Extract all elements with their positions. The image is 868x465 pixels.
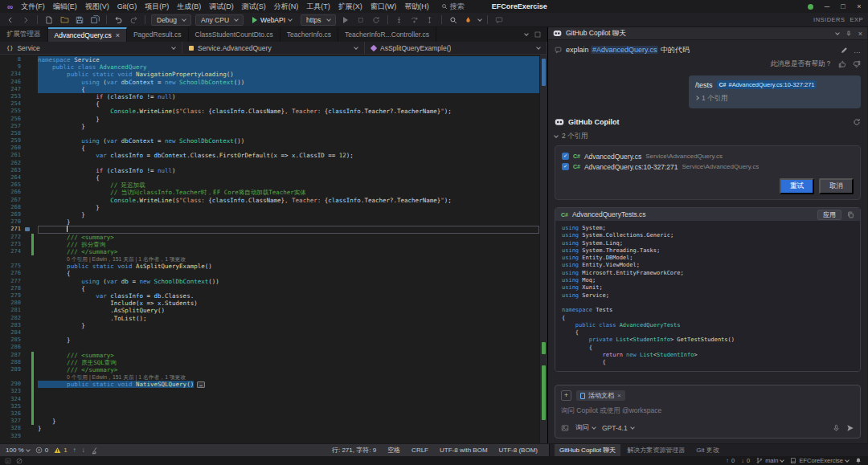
attach-image-icon[interactable]: [561, 424, 569, 432]
code-line[interactable]: 278 {: [0, 285, 539, 292]
menu-item[interactable]: 分析(N): [270, 0, 303, 13]
regenerate-icon[interactable]: [853, 118, 861, 126]
line-column-indicator[interactable]: 行: 271, 字符: 9: [332, 446, 376, 455]
menu-item[interactable]: 生成(B): [173, 0, 205, 13]
code-line[interactable]: 287 /// <summary>: [0, 352, 539, 359]
next-issue-icon[interactable]: ↓: [82, 447, 85, 454]
file-reference-chip[interactable]: #AdvancedQuery.cs: [591, 46, 658, 54]
code-line[interactable]: 234 public static void NavigationPropert…: [0, 71, 539, 78]
apply-code-button[interactable]: 应用: [817, 210, 841, 220]
chat-input-box[interactable]: + 活动文档 × 询问 Copilot 或使用 @workspace 询问 GP…: [555, 385, 861, 438]
code-line[interactable]: 324: [0, 396, 539, 403]
menu-item[interactable]: 视图(V): [81, 0, 113, 13]
send-icon[interactable]: [846, 424, 854, 432]
branch-selector[interactable]: main: [756, 457, 784, 464]
menu-item[interactable]: 文件(F): [17, 0, 49, 13]
code-line[interactable]: 256 }: [0, 116, 539, 123]
code-line[interactable]: 0 个引用 | Edwin，151 天前 | 1 名作者，1 项更改: [0, 255, 539, 263]
menu-item[interactable]: 项目(P): [141, 0, 173, 13]
redo-icon[interactable]: [128, 14, 139, 26]
code-line[interactable]: 268 }: [0, 204, 539, 211]
chat-mode-dropdown[interactable]: 询问: [575, 423, 596, 433]
warning-indicator[interactable]: 1: [54, 447, 67, 454]
code-line[interactable]: 285 }: [0, 337, 539, 344]
navigate-forward-icon[interactable]: [20, 14, 31, 26]
code-line[interactable]: 9 public class AdvancedQuery: [0, 63, 539, 71]
reference-checkbox[interactable]: ✓: [562, 153, 569, 160]
editor-tab[interactable]: PagedResult.cs: [127, 27, 189, 42]
indent-mode-indicator[interactable]: 空格: [387, 446, 400, 455]
code-line[interactable]: 325: [0, 403, 539, 410]
previous-issue-icon[interactable]: ↑: [73, 447, 76, 454]
close-button[interactable]: ×: [852, 0, 866, 13]
step-out-icon[interactable]: [424, 14, 436, 26]
menu-item[interactable]: 测试(S): [238, 0, 270, 13]
code-line[interactable]: 329: [0, 433, 539, 440]
code-line[interactable]: 258: [0, 130, 539, 137]
breadcrumb-type-dropdown[interactable]: Service.AdvancedQuery: [182, 42, 365, 54]
editor-tab[interactable]: 扩展管理器: [0, 27, 48, 42]
code-line[interactable]: 257 }: [0, 123, 539, 130]
save-icon[interactable]: [74, 14, 85, 26]
code-line[interactable]: 286: [0, 344, 539, 351]
code-line[interactable]: 264 {: [0, 174, 539, 182]
add-context-button[interactable]: +: [561, 390, 571, 401]
undo-icon[interactable]: [113, 14, 124, 26]
launch-profile-dropdown[interactable]: https: [301, 14, 335, 26]
code-line[interactable]: 253 if (classInfo != null): [0, 93, 539, 100]
close-panel-icon[interactable]: ×: [858, 30, 862, 38]
code-line[interactable]: 290 public static void NativeSQLQuery()…: [0, 381, 539, 388]
breadcrumb-member-dropdown[interactable]: AsSplitQueryExample(): [365, 42, 547, 54]
window-position-menu-icon[interactable]: [835, 31, 840, 35]
editor-tab[interactable]: TeacherInfoR...Controller.cs: [338, 27, 436, 42]
save-all-icon[interactable]: [89, 14, 100, 26]
menu-item[interactable]: 调试(D): [205, 0, 238, 13]
code-line[interactable]: 289 /// </summary>: [0, 366, 539, 373]
tab-close-icon[interactable]: ×: [116, 31, 120, 39]
editor-scrollbar[interactable]: [539, 55, 547, 443]
open-file-icon[interactable]: [59, 14, 70, 26]
start-without-debugging-icon[interactable]: [340, 14, 351, 26]
line-ending-indicator[interactable]: CRLF: [411, 447, 428, 454]
code-line[interactable]: 247 {: [0, 86, 539, 93]
code-editor[interactable]: 8namespace Service9 public class Advance…: [0, 55, 547, 443]
menu-item[interactable]: 帮助(H): [400, 0, 433, 13]
code-line[interactable]: 270 }: [0, 218, 539, 226]
ide-feedback-icon[interactable]: [493, 14, 505, 26]
code-line[interactable]: 266 // 当访问classInfo.Teacher时，EF Core将自动加…: [0, 189, 539, 196]
model-dropdown[interactable]: GPT-4.1: [602, 424, 634, 432]
thumbs-down-icon[interactable]: [853, 60, 861, 68]
code-line[interactable]: 259 using (var dbContext = new SchoolDbC…: [0, 137, 539, 145]
menu-item[interactable]: 窗口(W): [366, 0, 401, 13]
menu-item[interactable]: Git(G): [113, 0, 141, 13]
code-line[interactable]: 8namespace Service: [0, 56, 539, 63]
menu-item[interactable]: 扩展(X): [334, 0, 366, 13]
new-file-icon[interactable]: [43, 14, 55, 26]
code-cleanup-icon[interactable]: [91, 447, 99, 455]
incoming-commits[interactable]: ↓0: [741, 457, 750, 464]
code-line[interactable]: 280 Include(x => x.Students): [0, 300, 539, 307]
code-line[interactable]: 275 public static void AsSplitQueryExamp…: [0, 263, 539, 270]
code-line[interactable]: 276 {: [0, 270, 539, 277]
edit-message-icon[interactable]: [841, 47, 848, 55]
code-line[interactable]: 282 .ToList();: [0, 315, 539, 322]
command-reference-chip[interactable]: C# #AdvancedQuery.cs:10-327:271: [717, 80, 817, 89]
code-line[interactable]: 263 if (classInfo != null): [0, 167, 539, 174]
copilot-status-icon[interactable]: [808, 4, 813, 10]
encoding-bom-indicator[interactable]: UTF-8 (BOM): [499, 447, 538, 454]
code-line[interactable]: 326: [0, 410, 539, 418]
dock-tab[interactable]: Git 更改: [691, 444, 723, 457]
retry-button[interactable]: 重试: [780, 178, 814, 194]
editor-tab[interactable]: TeacherInfo.cs: [280, 27, 338, 42]
voice-input-icon[interactable]: [833, 424, 840, 432]
breadcrumb-project-dropdown[interactable]: {} Service: [0, 42, 182, 54]
cancel-button[interactable]: 取消: [819, 178, 854, 194]
dock-tab[interactable]: 解决方案资源管理器: [622, 444, 690, 457]
code-line[interactable]: 328}: [0, 425, 539, 432]
zoom-control[interactable]: 100 %: [6, 447, 30, 454]
reference-item[interactable]: ✓C#AdvancedQuery.cs:10-327:271Service\Ad…: [562, 161, 854, 172]
restart-icon[interactable]: [371, 14, 382, 26]
chat-input-placeholder[interactable]: 询问 Copilot 或使用 @workspace: [561, 406, 854, 416]
menu-item[interactable]: 工具(T): [302, 0, 334, 13]
debug-configuration-dropdown[interactable]: Debug: [151, 14, 191, 26]
